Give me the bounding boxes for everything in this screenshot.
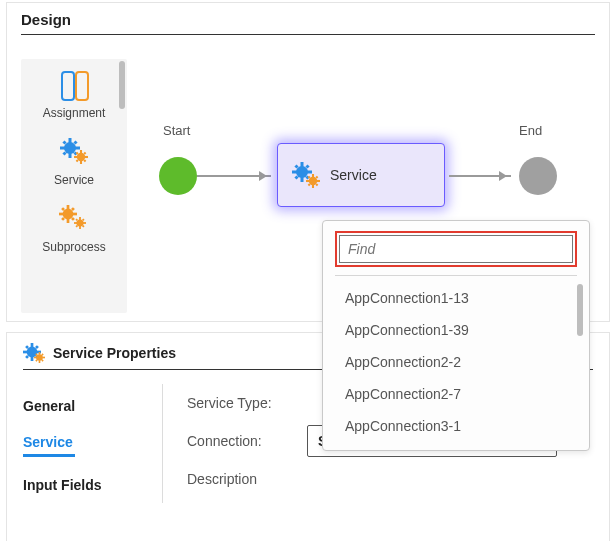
connection-dropdown: AppConnection1-13 AppConnection1-39 AppC… (322, 220, 590, 451)
service-node[interactable]: Service (277, 143, 445, 207)
edge-service-end[interactable] (449, 175, 511, 177)
palette-scrollbar[interactable] (119, 61, 125, 109)
tab-service[interactable]: Service (23, 424, 162, 467)
dropdown-list: AppConnection1-13 AppConnection1-39 AppC… (335, 282, 577, 442)
edge-start-service[interactable] (197, 175, 271, 177)
palette-label: Assignment (21, 106, 127, 120)
dropdown-item[interactable]: AppConnection1-39 (335, 314, 577, 346)
start-node[interactable] (159, 157, 197, 195)
palette-label: Subprocess (21, 240, 127, 254)
service-icon (60, 138, 88, 164)
dropdown-item[interactable]: AppConnection2-7 (335, 378, 577, 410)
find-highlight (335, 231, 577, 267)
tab-label: General (23, 398, 75, 414)
properties-tabs: General Service Input Fields (23, 384, 163, 503)
dropdown-divider (335, 275, 577, 276)
service-icon (292, 162, 320, 188)
palette: Assignment Service Subprocess (21, 59, 127, 313)
dropdown-item[interactable]: AppConnection2-2 (335, 346, 577, 378)
palette-item-assignment[interactable]: Assignment (21, 59, 127, 126)
field-label: Connection: (187, 433, 307, 449)
service-node-label: Service (330, 167, 377, 183)
end-label: End (519, 123, 542, 138)
tab-input-fields[interactable]: Input Fields (23, 467, 162, 503)
assignment-icon (59, 71, 89, 97)
design-divider (21, 34, 595, 35)
field-description: Description (187, 460, 593, 498)
dropdown-item[interactable]: AppConnection3-1 (335, 410, 577, 442)
palette-label: Service (21, 173, 127, 187)
tab-label: Service (23, 434, 73, 450)
field-label: Service Type: (187, 395, 307, 411)
find-input[interactable] (339, 235, 573, 263)
dropdown-item[interactable]: AppConnection1-13 (335, 282, 577, 314)
tab-general[interactable]: General (23, 388, 162, 424)
start-label: Start (163, 123, 190, 138)
tab-label: Input Fields (23, 477, 102, 493)
subprocess-icon (59, 205, 89, 231)
properties-title: Service Properties (53, 345, 176, 361)
field-label: Description (187, 471, 307, 487)
end-node[interactable] (519, 157, 557, 195)
dropdown-scrollbar[interactable] (577, 284, 583, 336)
service-icon (23, 343, 45, 363)
palette-item-subprocess[interactable]: Subprocess (21, 193, 127, 260)
palette-item-service[interactable]: Service (21, 126, 127, 193)
design-title: Design (21, 11, 595, 34)
